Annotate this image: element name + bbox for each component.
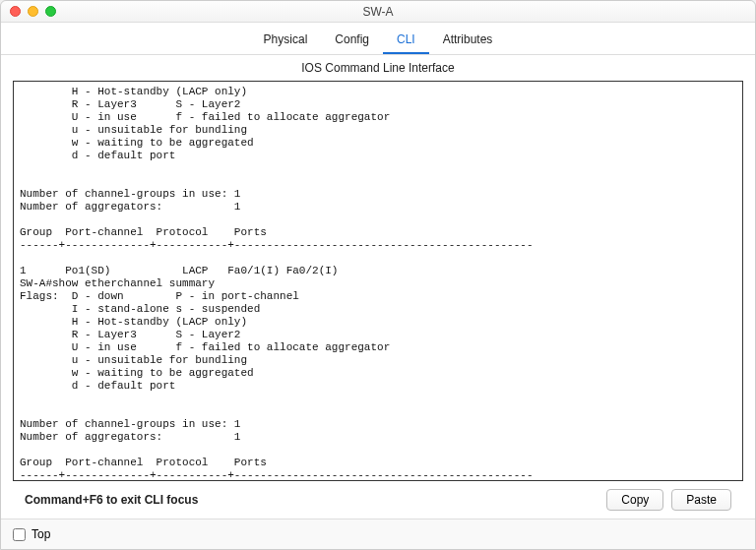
tab-config[interactable]: Config	[321, 29, 383, 54]
paste-button[interactable]: Paste	[671, 489, 731, 511]
cli-terminal[interactable]: H - Hot-standby (LACP only) R - Layer3 S…	[13, 81, 743, 481]
terminal-container: H - Hot-standby (LACP only) R - Layer3 S…	[1, 81, 755, 519]
zoom-icon[interactable]	[45, 6, 56, 17]
titlebar: SW-A	[1, 1, 755, 23]
window-title: SW-A	[1, 5, 755, 19]
app-window: SW-A Physical Config CLI Attributes IOS …	[0, 0, 756, 550]
cli-footer: Command+F6 to exit CLI focus Copy Paste	[13, 481, 743, 519]
cli-subheader: IOS Command Line Interface	[1, 55, 755, 81]
copy-button[interactable]: Copy	[606, 489, 663, 511]
minimize-icon[interactable]	[28, 6, 38, 17]
tab-cli[interactable]: CLI	[383, 29, 429, 54]
tabs: Physical Config CLI Attributes	[1, 23, 755, 55]
bottom-bar: Top	[1, 519, 755, 549]
tab-attributes[interactable]: Attributes	[429, 29, 507, 54]
footer-buttons: Copy Paste	[606, 489, 731, 511]
close-icon[interactable]	[10, 6, 21, 17]
traffic-lights	[1, 6, 56, 17]
exit-hint: Command+F6 to exit CLI focus	[25, 493, 198, 507]
top-label: Top	[32, 527, 50, 541]
top-checkbox[interactable]	[13, 528, 26, 541]
tab-physical[interactable]: Physical	[250, 29, 322, 54]
